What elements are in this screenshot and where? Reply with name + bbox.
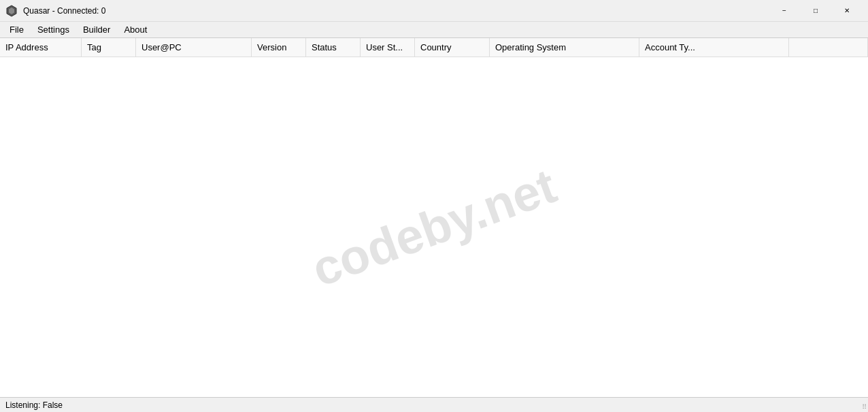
- resize-handle: ⠿: [862, 403, 867, 411]
- col-header-tag: Tag: [82, 38, 136, 57]
- status-text: Listening: False: [5, 400, 63, 410]
- title-bar-left: Quasar - Connected: 0: [5, 5, 105, 17]
- col-header-user: User@PC: [136, 38, 252, 57]
- col-header-os: Operating System: [490, 38, 639, 57]
- minimize-button[interactable]: −: [769, 0, 800, 22]
- col-header-userst: User St...: [361, 38, 415, 57]
- close-button[interactable]: ✕: [831, 0, 863, 22]
- window-controls: − □ ✕: [769, 0, 863, 22]
- app-icon: [5, 5, 18, 17]
- menu-builder[interactable]: Builder: [76, 23, 117, 36]
- menu-bar: File Settings Builder About: [0, 22, 868, 38]
- menu-about[interactable]: About: [117, 23, 154, 36]
- status-bar: Listening: False ⠿: [0, 397, 868, 412]
- watermark: codeby.net: [305, 157, 563, 297]
- table-body[interactable]: codeby.net: [0, 57, 868, 397]
- col-header-country: Country: [415, 38, 490, 57]
- maximize-button[interactable]: □: [800, 0, 831, 22]
- col-header-acct: Account Ty...: [639, 38, 789, 57]
- title-bar: Quasar - Connected: 0 − □ ✕: [0, 0, 868, 22]
- col-header-status: Status: [306, 38, 361, 57]
- menu-settings[interactable]: Settings: [31, 23, 76, 36]
- col-header-ip: IP Address: [0, 38, 82, 57]
- window-title: Quasar - Connected: 0: [23, 6, 105, 16]
- menu-file[interactable]: File: [3, 23, 31, 36]
- main-content: IP Address Tag User@PC Version Status Us…: [0, 38, 868, 397]
- col-header-rest: [789, 38, 868, 57]
- table-header: IP Address Tag User@PC Version Status Us…: [0, 38, 868, 57]
- col-header-version: Version: [252, 38, 306, 57]
